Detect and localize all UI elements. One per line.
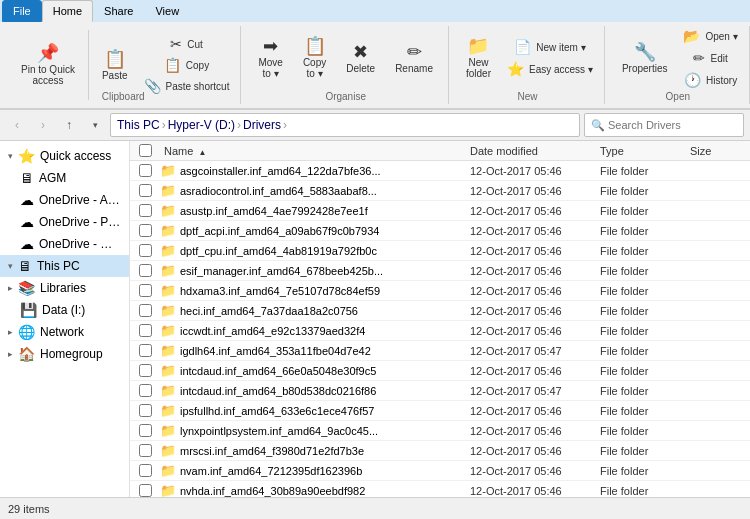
breadcrumb[interactable]: This PC › Hyper-V (D:) › Drivers › <box>110 113 580 137</box>
row-checkbox[interactable] <box>130 404 160 417</box>
table-row[interactable]: 📁 esif_manager.inf_amd64_678beeb425b... … <box>130 261 750 281</box>
table-row[interactable]: 📁 ipsfullhd.inf_amd64_633e6c1ece476f57 1… <box>130 401 750 421</box>
status-bar: 29 items <box>0 497 750 519</box>
cut-button[interactable]: ✂ Cut <box>139 34 235 54</box>
new-folder-button[interactable]: 📁 Newfolder <box>457 26 500 90</box>
sidebar-item-data[interactable]: 💾 Data (I:) <box>0 299 129 321</box>
recent-button[interactable]: ▾ <box>84 114 106 136</box>
row-checkbox[interactable] <box>130 364 160 377</box>
sidebar-item-agm[interactable]: 🖥 AGM <box>0 167 129 189</box>
table-row[interactable]: 📁 lynxpointlpsystem.inf_amd64_9ac0c45...… <box>130 421 750 441</box>
sidebar-item-homegroup[interactable]: ▸ 🏠 Homegroup <box>0 343 129 365</box>
file-checkbox[interactable] <box>139 324 152 337</box>
row-checkbox[interactable] <box>130 464 160 477</box>
file-checkbox[interactable] <box>139 164 152 177</box>
rename-button[interactable]: ✏ Rename <box>386 33 442 83</box>
file-checkbox[interactable] <box>139 244 152 257</box>
tab-file[interactable]: File <box>2 0 42 22</box>
back-button[interactable]: ‹ <box>6 114 28 136</box>
select-all-checkbox[interactable] <box>139 144 152 157</box>
file-checkbox[interactable] <box>139 224 152 237</box>
table-row[interactable]: 📁 intcdaud.inf_amd64_b80d538dc0216f86 12… <box>130 381 750 401</box>
file-checkbox[interactable] <box>139 284 152 297</box>
search-input[interactable] <box>608 119 737 131</box>
table-row[interactable]: 📁 iccwdt.inf_amd64_e92c13379aed32f4 12-O… <box>130 321 750 341</box>
header-name[interactable]: Name ▲ <box>160 145 470 157</box>
sidebar-item-onedrive-w10g[interactable]: ☁ OneDrive - W10G <box>0 233 129 255</box>
table-row[interactable]: 📁 nvhda.inf_amd64_30b89a90eebdf982 12-Oc… <box>130 481 750 497</box>
table-row[interactable]: 📁 dptf_acpi.inf_amd64_a09ab67f9c0b7934 1… <box>130 221 750 241</box>
properties-button[interactable]: 🔧 Properties <box>613 26 677 90</box>
row-checkbox[interactable] <box>130 304 160 317</box>
copy-to-button[interactable]: 📋 Copyto ▾ <box>294 32 335 84</box>
table-row[interactable]: 📁 intcdaud.inf_amd64_66e0a5048e30f9c5 12… <box>130 361 750 381</box>
row-checkbox[interactable] <box>130 224 160 237</box>
new-label: New <box>451 91 604 102</box>
row-checkbox[interactable] <box>130 344 160 357</box>
row-checkbox[interactable] <box>130 184 160 197</box>
file-checkbox[interactable] <box>139 444 152 457</box>
row-checkbox[interactable] <box>130 164 160 177</box>
header-date[interactable]: Date modified <box>470 145 600 157</box>
row-checkbox[interactable] <box>130 244 160 257</box>
table-row[interactable]: 📁 asradiocontrol.inf_amd64_5883aabaf8...… <box>130 181 750 201</box>
easy-access-button[interactable]: ⭐ Easy access ▾ <box>502 59 598 79</box>
tab-home[interactable]: Home <box>42 0 93 22</box>
file-checkbox[interactable] <box>139 304 152 317</box>
header-size[interactable]: Size <box>690 145 750 157</box>
file-checkbox[interactable] <box>139 464 152 477</box>
file-date: 12-Oct-2017 05:47 <box>470 385 600 397</box>
delete-button[interactable]: ✖ Delete <box>337 33 384 83</box>
table-row[interactable]: 📁 mrscsi.inf_amd64_f3980d71e2fd7b3e 12-O… <box>130 441 750 461</box>
tab-view[interactable]: View <box>144 0 190 22</box>
up-button[interactable]: ↑ <box>58 114 80 136</box>
file-checkbox[interactable] <box>139 484 152 497</box>
table-row[interactable]: 📁 asustp.inf_amd64_4ae7992428e7ee1f 12-O… <box>130 201 750 221</box>
file-checkbox[interactable] <box>139 184 152 197</box>
table-row[interactable]: 📁 nvam.inf_amd64_7212395df162396b 12-Oct… <box>130 461 750 481</box>
sidebar-item-network[interactable]: ▸ 🌐 Network <box>0 321 129 343</box>
file-type: File folder <box>600 325 690 337</box>
file-checkbox[interactable] <box>139 424 152 437</box>
copy-button[interactable]: 📋 Copy <box>139 55 235 75</box>
forward-button[interactable]: › <box>32 114 54 136</box>
row-checkbox[interactable] <box>130 324 160 337</box>
row-checkbox[interactable] <box>130 484 160 497</box>
table-row[interactable]: 📁 heci.inf_amd64_7a37daa18a2c0756 12-Oct… <box>130 301 750 321</box>
header-type[interactable]: Type <box>600 145 690 157</box>
homegroup-toggle: ▸ <box>8 349 13 359</box>
breadcrumb-thispc[interactable]: This PC <box>117 118 160 132</box>
breadcrumb-drivers[interactable]: Drivers <box>243 118 281 132</box>
row-checkbox[interactable] <box>130 424 160 437</box>
move-to-button[interactable]: ➡ Moveto ▾ <box>249 32 291 84</box>
open-button[interactable]: 📂 Open ▾ <box>678 26 742 46</box>
history-button[interactable]: 🕐 History <box>678 70 742 90</box>
row-checkbox[interactable] <box>130 284 160 297</box>
file-checkbox[interactable] <box>139 404 152 417</box>
sidebar-item-libraries[interactable]: ▸ 📚 Libraries <box>0 277 129 299</box>
table-row[interactable]: 📁 igdlh64.inf_amd64_353a11fbe04d7e42 12-… <box>130 341 750 361</box>
file-checkbox[interactable] <box>139 384 152 397</box>
table-row[interactable]: 📁 hdxama3.inf_amd64_7e5107d78c84ef59 12-… <box>130 281 750 301</box>
sidebar-item-quick-access[interactable]: ▾ ⭐ Quick access <box>0 145 129 167</box>
sidebar-item-onedrive-agm[interactable]: ☁ OneDrive - AGM <box>0 189 129 211</box>
breadcrumb-hyperv[interactable]: Hyper-V (D:) <box>168 118 235 132</box>
edit-button[interactable]: ✏ Edit <box>678 48 742 68</box>
row-checkbox[interactable] <box>130 264 160 277</box>
file-checkbox[interactable] <box>139 344 152 357</box>
table-row[interactable]: 📁 dptf_cpu.inf_amd64_4ab81919a792fb0c 12… <box>130 241 750 261</box>
file-checkbox[interactable] <box>139 364 152 377</box>
new-item-button[interactable]: 📄 New item ▾ <box>502 37 598 57</box>
file-checkbox[interactable] <box>139 264 152 277</box>
sidebar-item-onedrive-personal[interactable]: ☁ OneDrive - Personal <box>0 211 129 233</box>
sidebar-item-this-pc[interactable]: ▾ 🖥 This PC <box>0 255 129 277</box>
agm-icon: 🖥 <box>20 170 34 186</box>
tab-share[interactable]: Share <box>93 0 144 22</box>
file-checkbox[interactable] <box>139 204 152 217</box>
row-checkbox[interactable] <box>130 204 160 217</box>
search-bar[interactable]: 🔍 <box>584 113 744 137</box>
row-checkbox[interactable] <box>130 384 160 397</box>
table-row[interactable]: 📁 asgcoinstaller.inf_amd64_122da7bfe36..… <box>130 161 750 181</box>
header-checkbox[interactable] <box>130 144 160 157</box>
row-checkbox[interactable] <box>130 444 160 457</box>
